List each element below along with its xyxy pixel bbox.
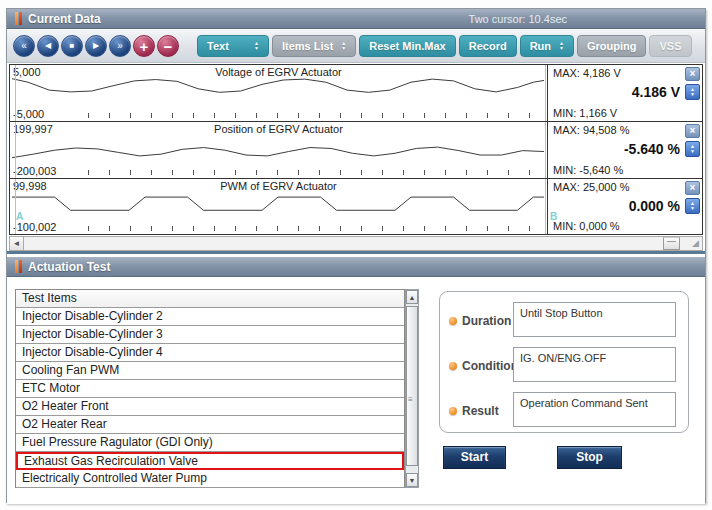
bullet-icon: [449, 317, 457, 325]
bullet-icon: [449, 362, 457, 370]
pwm-max-readout: MAX: 25,000 %: [553, 181, 629, 193]
step-back-button[interactable]: ◀: [37, 35, 59, 57]
zoom-out-button[interactable]: −: [157, 35, 179, 57]
start-button[interactable]: Start: [443, 446, 506, 469]
items-list-label: Items List: [282, 40, 333, 52]
pwm-time-ticks: [88, 226, 541, 231]
cursor-b-line[interactable]: [545, 179, 546, 234]
pwm-value-panel: B MAX: 25,000 % 0.000 % MIN: 0,000 % × ▲…: [549, 179, 702, 234]
play-button[interactable]: ▶: [85, 35, 107, 57]
stop-icon: ■: [70, 42, 75, 50]
list-item-injector-disable-cylinder-2[interactable]: Injector Disable-Cylinder 2: [16, 308, 404, 326]
zoom-in-button[interactable]: +: [133, 35, 155, 57]
text-mode-button[interactable]: Text ▲▼: [197, 35, 269, 57]
list-item-o2-heater-front[interactable]: O2 Heater Front: [16, 398, 404, 416]
rewind-icon: «: [21, 41, 27, 51]
list-item-injector-disable-cylinder-4[interactable]: Injector Disable-Cylinder 4: [16, 344, 404, 362]
plus-icon: +: [140, 39, 149, 54]
position-chart-title: Position of EGRV Actuator: [10, 123, 547, 135]
chart-pwm-plot: 99,998 PWM of EGRV Actuator -100,002 A: [10, 179, 548, 234]
vss-label: VSS: [659, 40, 681, 52]
scrollbar-thumb[interactable]: [663, 237, 680, 250]
position-value-panel: MAX: 94,508 % -5.640 % MIN: -5,640 % × ▲…: [549, 122, 702, 178]
chart-toolbar: « ◀ ■ ▶ » + − Text ▲▼ Items List ▲▼ Rese: [7, 30, 705, 63]
grouping-label: Grouping: [587, 40, 637, 52]
cursor-a-line[interactable]: [15, 65, 16, 121]
result-label-group: Result: [449, 404, 499, 418]
result-label: Result: [462, 404, 499, 418]
actuation-test-title: Actuation Test: [28, 260, 110, 274]
stop-button[interactable]: Stop: [557, 446, 622, 469]
duration-label: Duration: [462, 314, 511, 328]
run-label: Run: [530, 40, 551, 52]
close-icon[interactable]: ×: [685, 67, 700, 81]
reset-minmax-label: Reset Min.Max: [369, 40, 445, 52]
scroll-left-icon[interactable]: ◄: [10, 237, 24, 250]
actuation-test-panel: Actuation Test Test Items Injector Disab…: [7, 257, 705, 504]
list-item-injector-disable-cylinder-3[interactable]: Injector Disable-Cylinder 3: [16, 326, 404, 344]
cursor-a-line[interactable]: [15, 179, 16, 234]
close-icon[interactable]: ×: [685, 124, 700, 138]
scrollbar-grip-icon: ≡: [408, 398, 415, 401]
position-max-readout: MAX: 94,508 %: [553, 124, 629, 136]
bullet-icon: [449, 407, 457, 415]
forward-button[interactable]: »: [109, 35, 131, 57]
rewind-button[interactable]: «: [13, 35, 35, 57]
play-icon: ▶: [93, 42, 99, 50]
test-items-scrollbar[interactable]: ▲ ≡ ▼: [405, 289, 419, 488]
list-item-electrically-controlled-water-pump[interactable]: Electrically Controlled Water Pump: [16, 470, 404, 488]
toolbar-buttons: Text ▲▼ Items List ▲▼ Reset Min.Max Reco…: [197, 35, 695, 57]
vss-button[interactable]: VSS: [649, 35, 691, 57]
list-item-cooling-fan-pwm[interactable]: Cooling Fan PWM: [16, 362, 404, 380]
position-current-value: -5.640 %: [624, 141, 680, 157]
voltage-value-panel: MAX: 4,186 V 4.186 V MIN: 1,166 V × ▲▼: [549, 65, 702, 121]
minus-icon: −: [164, 39, 173, 54]
current-data-titlebar: Current Data Two cursor: 10.4sec: [7, 9, 705, 29]
scrollbar-thumb[interactable]: [406, 306, 418, 466]
voltage-scale-min: -5,000: [13, 108, 44, 120]
chart-horizontal-scrollbar[interactable]: ◄ ◢: [9, 236, 703, 251]
duration-value: Until Stop Button: [513, 302, 676, 337]
reorder-updown-icon[interactable]: ▲▼: [685, 84, 700, 100]
reset-minmax-button[interactable]: Reset Min.Max: [359, 35, 455, 57]
reorder-updown-icon[interactable]: ▲▼: [685, 198, 700, 214]
chart-voltage-plot: 5,000 Voltage of EGRV Actuator -5,000: [10, 65, 548, 121]
cursor-b-line[interactable]: [545, 122, 546, 178]
updown-spinner-icon: ▲▼: [341, 41, 346, 51]
text-mode-label: Text: [207, 40, 229, 52]
scroll-down-icon[interactable]: ▼: [406, 473, 418, 487]
stop-playback-button[interactable]: ■: [61, 35, 83, 57]
items-list-button[interactable]: Items List ▲▼: [272, 35, 356, 57]
list-item-etc-motor[interactable]: ETC Motor: [16, 380, 404, 398]
pwm-chart-title: PWM of EGRV Actuator: [10, 180, 547, 192]
position-scale-min: -200,003: [13, 165, 56, 177]
close-icon[interactable]: ×: [685, 181, 700, 195]
resize-handle-icon[interactable]: ◢: [692, 238, 699, 248]
duration-label-group: Duration: [449, 314, 511, 328]
chart-position-plot: 199,997 Position of EGRV Actuator -200,0…: [10, 122, 548, 178]
list-item-fuel-pressure-regulator[interactable]: Fuel Pressure Ragulator (GDI Only): [16, 434, 404, 452]
panel-marker-icon: [15, 260, 22, 273]
cursor-a-line[interactable]: [15, 122, 16, 178]
list-item-exhaust-gas-recirculation-valve[interactable]: Exhaust Gas Recirculation Valve: [16, 452, 404, 470]
updown-spinner-icon: ▲▼: [559, 41, 564, 51]
voltage-current-value: 4.186 V: [632, 84, 680, 100]
current-data-title: Current Data: [28, 12, 101, 26]
record-button[interactable]: Record: [459, 35, 517, 57]
test-items-list: Test Items Injector Disable-Cylinder 2 I…: [15, 289, 405, 488]
app-window: Current Data Two cursor: 10.4sec « ◀ ■ ▶…: [6, 8, 706, 503]
list-item-o2-heater-rear[interactable]: O2 Heater Rear: [16, 416, 404, 434]
test-items-header: Test Items: [16, 290, 404, 308]
pwm-current-value: 0.000 %: [629, 198, 680, 214]
chart-position-row: 199,997 Position of EGRV Actuator -200,0…: [10, 122, 702, 179]
cursor-b-line[interactable]: [545, 65, 546, 121]
grouping-button[interactable]: Grouping: [577, 35, 647, 57]
chart-area: 5,000 Voltage of EGRV Actuator -5,000 MA…: [9, 64, 703, 235]
reorder-updown-icon[interactable]: ▲▼: [685, 141, 700, 157]
run-button[interactable]: Run ▲▼: [520, 35, 574, 57]
two-cursor-status: Two cursor: 10.4sec: [469, 13, 567, 25]
scroll-up-icon[interactable]: ▲: [406, 290, 418, 304]
panel-marker-icon: [15, 12, 22, 25]
position-min-readout: MIN: -5,640 %: [553, 164, 623, 176]
chart-voltage-row: 5,000 Voltage of EGRV Actuator -5,000 MA…: [10, 65, 702, 122]
